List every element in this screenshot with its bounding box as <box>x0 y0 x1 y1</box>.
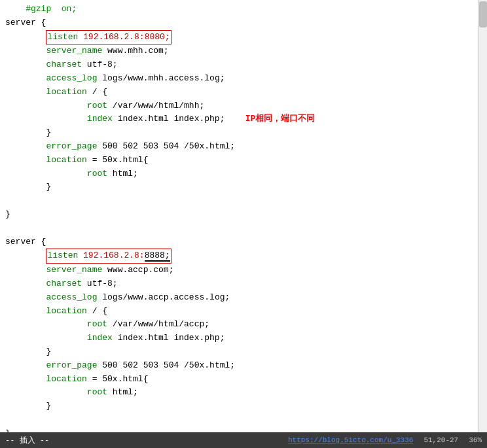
text <box>5 194 10 208</box>
insert-mode: -- 插入 -- <box>5 435 49 446</box>
text: index.html index.php; <box>118 332 225 345</box>
text: } <box>5 208 10 222</box>
code-line: location / { <box>0 86 487 99</box>
text: server { <box>5 16 46 30</box>
text: } <box>5 126 51 140</box>
text <box>5 305 46 319</box>
listen-ip-2: 192.168.2.8: <box>83 250 145 260</box>
text <box>5 264 46 277</box>
text: / { <box>92 305 107 319</box>
code-line: root /var/www/html/accp; <box>0 318 487 332</box>
keyword: location <box>46 154 92 167</box>
percent: 36% <box>469 436 482 444</box>
keyword: location <box>46 305 92 319</box>
text <box>5 58 46 72</box>
keyword: location <box>46 373 92 387</box>
text: logs/www.accp.access.log; <box>102 291 230 305</box>
text <box>5 249 46 263</box>
text: / { <box>92 86 107 99</box>
code-line: server_name www.accp.com; <box>0 264 487 277</box>
code-line: root html; <box>0 167 487 181</box>
text <box>5 44 46 58</box>
code-line: error_page 500 502 503 504 /50x.html; <box>0 140 487 154</box>
text: server { <box>5 235 46 249</box>
code-line: } <box>0 181 487 194</box>
code-line: } <box>0 427 487 432</box>
text <box>5 154 46 167</box>
url: https://blog.51cto.com/u_3336 <box>288 436 413 444</box>
text: logs/www.mhh.access.log; <box>102 72 225 86</box>
text: html; <box>113 167 138 181</box>
text: } <box>5 400 51 413</box>
keyword: index <box>87 112 118 126</box>
code-container: #gzip on; server { listen 192.168.2.8:80… <box>0 0 487 432</box>
keyword: root <box>87 386 113 400</box>
code-line: } <box>0 400 487 413</box>
text <box>5 373 46 387</box>
keyword: root <box>87 167 113 181</box>
text <box>5 222 10 235</box>
listen-keyword: listen <box>47 32 83 42</box>
text: www.mhh.com; <box>107 44 169 58</box>
keyword: server_name <box>46 264 107 277</box>
text <box>5 386 87 400</box>
text: } <box>5 345 51 359</box>
text <box>5 86 46 99</box>
listen-highlight-1: listen 192.168.2.8:8080; <box>46 30 171 45</box>
text <box>5 291 46 305</box>
editor-area: #gzip on; server { listen 192.168.2.8:80… <box>0 0 487 448</box>
text: = 50x.html{ <box>92 154 149 167</box>
code-line: } <box>0 208 487 222</box>
keyword: error_page <box>46 359 102 373</box>
keyword: root <box>87 318 113 332</box>
comment: #gzip on; <box>5 3 77 16</box>
text: utf-8; <box>87 277 118 291</box>
code-line: access_log logs/www.mhh.access.log; <box>0 72 487 86</box>
code-line: index index.html index.php; <box>0 332 487 345</box>
text: html; <box>113 386 138 400</box>
text: 500 502 503 504 /50x.html; <box>102 140 235 154</box>
code-line: location = 50x.html{ <box>0 373 487 387</box>
text: www.accp.com; <box>107 264 173 277</box>
text <box>5 72 46 86</box>
text <box>5 167 87 181</box>
code-line: #gzip on; <box>0 3 487 16</box>
status-left: -- 插入 -- <box>5 435 49 446</box>
text: 500 502 503 504 /50x.html; <box>102 359 235 373</box>
code-line: access_log logs/www.accp.access.log; <box>0 291 487 305</box>
text: } <box>5 181 51 194</box>
code-line: charset utf-8; <box>0 277 487 291</box>
text <box>5 359 46 373</box>
code-line: error_page 500 502 503 504 /50x.html; <box>0 359 487 373</box>
code-line: index index.html index.php; IP相同，端口不同 <box>0 112 487 126</box>
code-line: server { <box>0 235 487 249</box>
keyword: location <box>46 86 92 99</box>
keyword: charset <box>46 277 86 291</box>
code-line: listen 192.168.2.8:8080; <box>0 30 487 45</box>
code-line <box>0 194 487 208</box>
keyword: server_name <box>46 44 107 58</box>
code-line: location / { <box>0 305 487 319</box>
text: /var/www/html/accp; <box>113 318 209 332</box>
code-line: listen 192.168.2.8:8888; <box>0 249 487 264</box>
text <box>5 277 46 291</box>
code-line: root html; <box>0 386 487 400</box>
text <box>5 112 87 126</box>
status-bar: -- 插入 -- https://blog.51cto.com/u_3336 5… <box>0 432 487 448</box>
code-line <box>0 413 487 427</box>
scrollbar-thumb <box>479 1 487 27</box>
text <box>5 413 10 427</box>
listen-keyword: listen <box>47 250 83 260</box>
text <box>5 99 87 113</box>
keyword: index <box>87 332 118 345</box>
status-right: https://blog.51cto.com/u_3336 51,20-27 3… <box>288 436 482 444</box>
code-line: server { <box>0 16 487 30</box>
text: = 50x.html{ <box>92 373 149 387</box>
text <box>5 332 87 345</box>
code-line: } <box>0 345 487 359</box>
code-line <box>0 222 487 235</box>
text: /var/www/html/mhh; <box>113 99 204 113</box>
keyword: access_log <box>46 72 102 86</box>
scrollbar[interactable] <box>478 0 487 432</box>
text <box>5 31 46 44</box>
